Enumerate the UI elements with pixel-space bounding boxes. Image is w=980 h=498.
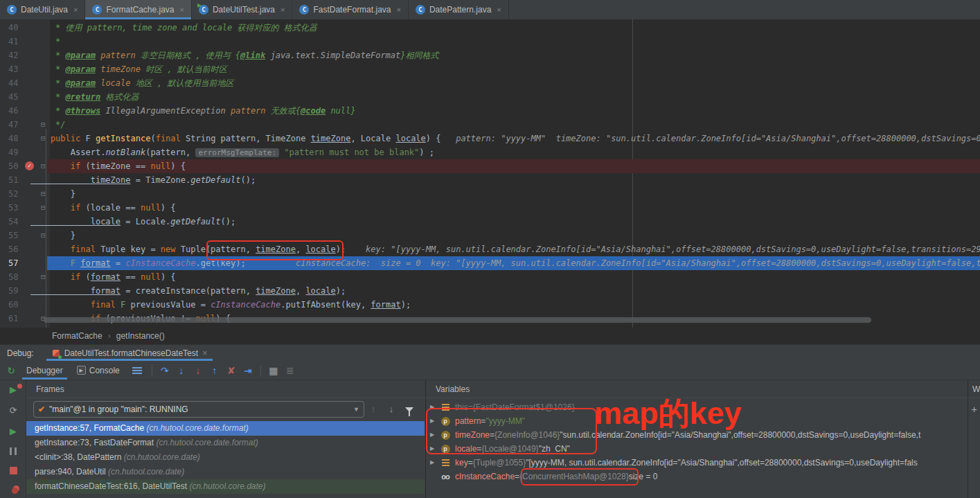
variable-value: {Tuple@1055}: [473, 456, 526, 470]
line-number[interactable]: 40: [8, 21, 29, 35]
static-field-icon: oo: [440, 470, 451, 483]
editor-tab-FastDateFormat.java[interactable]: CFastDateFormat.java×: [292, 0, 408, 19]
tab-console[interactable]: ▶ Console: [70, 361, 127, 380]
next-frame-icon[interactable]: ↓: [382, 404, 400, 414]
force-step-into-icon[interactable]: ↓: [190, 365, 206, 376]
tab-console-label: Console: [89, 366, 120, 375]
step-into-icon[interactable]: ↓: [173, 365, 190, 376]
add-watch-icon[interactable]: +: [968, 404, 980, 415]
editor-horizontal-scrollbar[interactable]: [44, 317, 871, 323]
debug-session-tab-label: DateUtilTest.formatChineseDateTest: [64, 348, 198, 358]
code-text: timeZone = TimeZone.getDefault();: [30, 173, 256, 187]
hide-frames-filter-icon[interactable]: [400, 404, 418, 414]
hotswap-icon[interactable]: ⟳: [0, 405, 26, 416]
class-icon: C: [92, 5, 102, 15]
debug-toolbar: ↻ Debugger ▶ Console ↷↓↓↑✘⇥ ▦ ≣: [0, 361, 980, 380]
run-to-cursor-icon[interactable]: ⇥: [240, 365, 256, 376]
code-line-56: 56 final Tuple key = new Tuple(pattern, …: [0, 242, 980, 256]
line-number[interactable]: 46: [8, 104, 29, 118]
thread-selector[interactable]: ✔ "main"@1 in group "main": RUNNING ▼: [33, 401, 364, 418]
close-icon[interactable]: ×: [202, 348, 207, 358]
code-editor[interactable]: 40 * 使用 pattern, time zone and locale 获得…: [0, 19, 980, 328]
code-line-55: 55⊟ }: [0, 229, 980, 242]
frame-row[interactable]: formatChineseDateTest:616, DateUtilTest …: [26, 479, 425, 494]
editor-tab-DateUtilTest.java[interactable]: CDateUtilTest.java×: [192, 0, 292, 19]
expand-arrow-icon[interactable]: ▶: [430, 414, 440, 428]
tab-debugger[interactable]: Debugger: [19, 361, 70, 380]
close-icon[interactable]: ×: [280, 6, 285, 14]
variable-row-key[interactable]: ▶key = {Tuple@1055} "[yyyy-MM, sun.util.…: [426, 456, 968, 470]
line-number[interactable]: 44: [8, 76, 29, 90]
close-icon[interactable]: ×: [73, 6, 78, 14]
code-line-48: 48⊟ public F getInstance(final String pa…: [0, 132, 980, 145]
evaluate-expression-icon[interactable]: ▦: [265, 365, 282, 376]
restore-layout-icon[interactable]: ≣: [282, 365, 299, 376]
frame-row[interactable]: getInstance:57, FormatCache (cn.hutool.c…: [26, 421, 425, 436]
debug-session-tab[interactable]: DateUtilTest.formatChineseDateTest ×: [46, 345, 213, 361]
code-line-51: 51 timeZone = TimeZone.getDefault();: [0, 173, 980, 187]
code-text: if (format == null) {: [30, 270, 176, 284]
frame-row[interactable]: getInstance:73, FastDateFormat (cn.hutoo…: [26, 436, 425, 450]
frame-row[interactable]: <clinit>:38, DatePattern (cn.hutool.core…: [26, 450, 425, 465]
step-out-icon[interactable]: ↑: [206, 365, 223, 376]
line-number[interactable]: 41: [8, 35, 29, 48]
line-number[interactable]: 45: [8, 90, 29, 104]
resume-icon[interactable]: ▶: [0, 426, 26, 436]
editor-tab-label: FormatCache.java: [106, 5, 174, 15]
line-number[interactable]: 42: [8, 48, 29, 62]
variable-name: locale: [455, 442, 476, 456]
rerun-debug-icon[interactable]: ▶: [0, 384, 26, 395]
step-over-icon[interactable]: ↷: [157, 365, 173, 376]
line-number[interactable]: 48: [8, 132, 29, 145]
close-icon[interactable]: ×: [396, 6, 400, 14]
expand-arrow-icon[interactable]: ▶: [430, 428, 440, 442]
line-number[interactable]: 60: [8, 298, 29, 312]
variable-value: "[yyyy-MM, sun.util.calendar.ZoneInfo[id…: [526, 456, 918, 470]
parameter-icon: p: [440, 445, 451, 454]
line-number[interactable]: 55: [8, 229, 29, 242]
code-text: locale = Locale.getDefault();: [30, 215, 235, 229]
frame-row[interactable]: parse:940, DateUtil (cn.hutool.core.date…: [26, 465, 425, 479]
editor-tab-DateUtil.java[interactable]: CDateUtil.java×: [0, 0, 85, 19]
line-number[interactable]: 47: [8, 118, 29, 132]
line-number[interactable]: 51: [8, 173, 29, 187]
inline-debugger-hint: key: "[yyyy-MM, sun.util.calendar.ZoneIn…: [346, 244, 980, 254]
line-number[interactable]: 59: [8, 284, 29, 298]
line-number[interactable]: 58: [8, 270, 29, 284]
line-number[interactable]: 43: [8, 62, 29, 76]
close-icon[interactable]: ×: [497, 6, 501, 14]
frames-panel-title: Frames: [26, 380, 425, 398]
drop-frame-icon[interactable]: ✘: [223, 365, 240, 376]
layout-menu-icon[interactable]: [132, 367, 142, 374]
line-number[interactable]: 57: [8, 256, 29, 270]
editor-tab-DatePattern.java[interactable]: CDatePattern.java×: [409, 0, 509, 19]
close-icon[interactable]: ×: [180, 6, 184, 14]
expand-arrow-icon[interactable]: ▶: [430, 456, 440, 470]
code-text: final Tuple key = new Tuple(pattern, tim…: [30, 242, 980, 256]
expand-arrow-icon[interactable]: ▶: [430, 400, 440, 414]
line-number[interactable]: 61: [8, 312, 29, 326]
variable-name: this: [455, 400, 468, 414]
rerun-icon[interactable]: ↻: [3, 365, 19, 376]
breadcrumb-class[interactable]: FormatCache: [52, 331, 103, 341]
variable-value: {ZoneInfo@1046}: [495, 428, 560, 442]
breadcrumb-method[interactable]: getInstance(): [116, 331, 165, 341]
view-breakpoints-icon[interactable]: [0, 486, 26, 496]
expand-arrow-icon[interactable]: ▶: [430, 442, 440, 456]
thread-row: ✔ "main"@1 in group "main": RUNNING ▼ ↑ …: [26, 398, 425, 420]
variable-row-cInstanceCache[interactable]: oocInstanceCache = {ConcurrentHashMap@10…: [426, 470, 968, 483]
stop-icon[interactable]: [0, 466, 26, 477]
frames-list: getInstance:57, FormatCache (cn.hutool.c…: [26, 421, 425, 498]
code-line-47: 47⊟ */: [0, 118, 980, 132]
debug-content: ▶ ⟳ ▶ Frames ✔ "main"@1 in group "main":…: [0, 380, 980, 498]
line-number[interactable]: 54: [8, 215, 29, 229]
variable-row-locale[interactable]: ▶plocale = {Locale@1049} "zh_CN": [426, 442, 968, 456]
line-number[interactable]: 53: [8, 201, 29, 215]
code-text: * @throws IllegalArgumentException patte…: [30, 104, 356, 118]
line-number[interactable]: 56: [8, 242, 29, 256]
line-number[interactable]: 49: [8, 145, 29, 159]
previous-frame-icon[interactable]: ↑: [364, 404, 382, 414]
line-number[interactable]: 52: [8, 187, 29, 201]
pause-icon[interactable]: [0, 447, 26, 457]
editor-tab-FormatCache.java[interactable]: CFormatCache.java×: [85, 0, 191, 19]
